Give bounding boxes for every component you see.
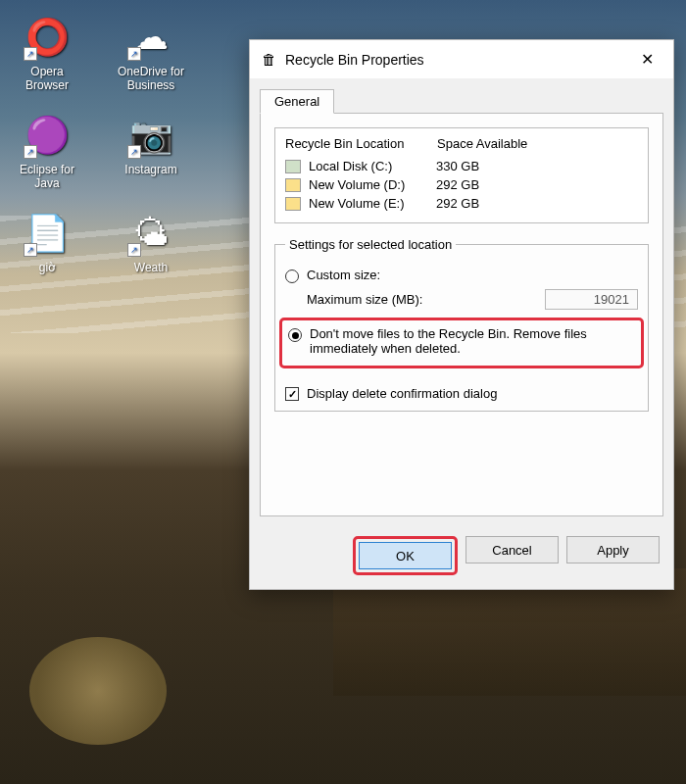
header-location: Recycle Bin Location xyxy=(285,136,437,151)
drive-icon xyxy=(285,178,301,192)
radio-icon[interactable] xyxy=(285,270,299,283)
tab-body: Recycle Bin Location Space Available Loc… xyxy=(260,113,663,516)
dont-move-label: Don't move files to the Recycle Bin. Rem… xyxy=(310,326,635,356)
close-icon[interactable]: ✕ xyxy=(631,48,663,71)
header-space: Space Available xyxy=(437,136,527,151)
checkbox-confirm-delete[interactable]: ✓ Display delete confirmation dialog xyxy=(285,386,638,401)
drive-space: 292 GB xyxy=(436,196,479,211)
max-size-row: Maximum size (MB): xyxy=(307,289,638,310)
radio-custom-size[interactable]: Custom size: xyxy=(285,268,638,283)
checkbox-icon[interactable]: ✓ xyxy=(285,387,299,401)
custom-size-label: Custom size: xyxy=(307,268,380,282)
ok-highlight: OK xyxy=(353,536,458,575)
tab-strip: General xyxy=(250,78,673,113)
apply-button[interactable]: Apply xyxy=(566,536,660,564)
settings-legend: Settings for selected location xyxy=(285,237,456,252)
drive-name: New Volume (D:) xyxy=(309,177,436,192)
radio-icon[interactable] xyxy=(288,328,302,342)
recycle-bin-properties-dialog: 🗑 Recycle Bin Properties ✕ General Recyc… xyxy=(249,39,674,590)
location-header: Recycle Bin Location Space Available xyxy=(285,134,638,157)
cancel-button[interactable]: Cancel xyxy=(466,536,559,564)
ok-button[interactable]: OK xyxy=(359,542,452,569)
drive-space: 292 GB xyxy=(436,177,479,192)
location-list: Recycle Bin Location Space Available Loc… xyxy=(274,127,649,223)
desktop-icon-label: Eclipse for Java xyxy=(10,163,84,190)
shortcut-arrow-icon: ↗ xyxy=(24,145,37,159)
location-row[interactable]: New Volume (D:)292 GB xyxy=(285,175,638,194)
shortcut-arrow-icon: ↗ xyxy=(127,243,141,257)
shortcut-arrow-icon: ↗ xyxy=(127,47,141,61)
max-size-label: Maximum size (MB): xyxy=(307,292,545,307)
desktop-icon[interactable]: ⭕↗Opera Browser xyxy=(10,14,84,92)
drive-name: Local Disk (C:) xyxy=(309,159,436,173)
location-row[interactable]: Local Disk (C:)330 GB xyxy=(285,157,638,175)
desktop-icon[interactable]: 📷↗Instagram xyxy=(114,112,188,190)
desktop-icon-label: OneDrive for Business xyxy=(114,65,188,92)
drive-icon xyxy=(285,160,301,173)
confirm-label: Display delete confirmation dialog xyxy=(307,386,497,401)
desktop-icon-label: Instagram xyxy=(124,163,176,176)
drive-name: New Volume (E:) xyxy=(309,196,436,211)
settings-group: Settings for selected location Custom si… xyxy=(274,237,649,412)
desktop: ⭕↗Opera Browser☁↗OneDrive for Business🟣↗… xyxy=(0,0,686,784)
desktop-icon-label: Opera Browser xyxy=(10,65,84,92)
desktop-icon[interactable]: ☁↗OneDrive for Business xyxy=(114,14,188,92)
drive-icon xyxy=(285,197,301,211)
desktop-icon[interactable]: 🟣↗Eclipse for Java xyxy=(10,112,84,190)
shortcut-arrow-icon: ↗ xyxy=(24,243,37,257)
titlebar[interactable]: 🗑 Recycle Bin Properties ✕ xyxy=(250,40,673,78)
app-icon: 📷↗ xyxy=(127,112,174,159)
app-icon: 📄↗ xyxy=(24,210,71,257)
dialog-title: Recycle Bin Properties xyxy=(285,52,631,68)
app-icon: 🟣↗ xyxy=(24,112,71,159)
shortcut-arrow-icon: ↗ xyxy=(24,47,37,61)
hay-bale xyxy=(29,637,167,745)
location-row[interactable]: New Volume (E:)292 GB xyxy=(285,194,638,213)
max-size-input[interactable] xyxy=(545,289,638,310)
app-icon: 🌤↗ xyxy=(127,210,174,257)
app-icon: ☁↗ xyxy=(127,14,174,61)
shortcut-arrow-icon: ↗ xyxy=(127,145,141,159)
button-bar: OK Cancel Apply xyxy=(250,526,673,589)
drive-space: 330 GB xyxy=(436,159,479,173)
app-icon: ⭕↗ xyxy=(24,14,71,61)
tab-general[interactable]: General xyxy=(260,89,334,114)
recycle-bin-icon: 🗑 xyxy=(260,51,277,69)
radio-dont-move[interactable]: Don't move files to the Recycle Bin. Rem… xyxy=(279,318,644,368)
